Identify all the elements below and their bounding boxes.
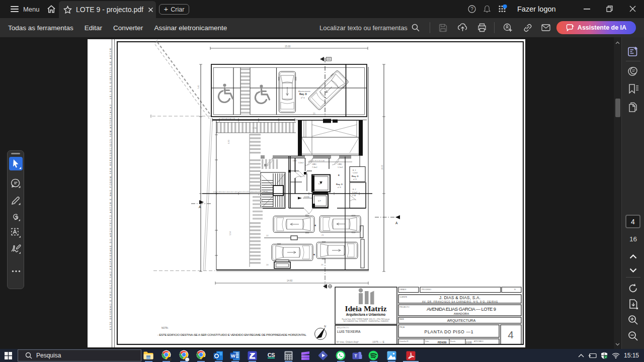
svg-text:21: 21 xyxy=(313,113,316,115)
svg-text:nº 9: nº 9 xyxy=(353,178,357,180)
svg-text:nº 3: nº 3 xyxy=(301,97,305,99)
svg-text:AV. DR. FRANCISCO SA CARNEIRO,: AV. DR. FRANCISCO SA CARNEIRO, Nº5, 5ºD,… xyxy=(422,301,498,303)
svg-text:?: ? xyxy=(470,7,473,12)
svg-text:Abastecimento: Abastecimento xyxy=(298,90,310,93)
svg-text:Desenho Nº: Desenho Nº xyxy=(399,340,409,342)
svg-text:Telf: 214603119 Telm: 91781817: Telf: 214603119 Telm: 917818172 - 914490… xyxy=(343,320,388,322)
svg-text:FEV/20: FEV/20 xyxy=(438,341,446,344)
svg-text:NOTA-: NOTA- xyxy=(162,327,169,329)
svg-text:18.05: 18.05 xyxy=(381,164,383,170)
svg-text:Ideia Matriz: Ideia Matriz xyxy=(345,304,386,313)
svg-text:6 P: 6 P xyxy=(318,200,321,202)
svg-text:6.30: 6.30 xyxy=(227,139,230,144)
svg-text:AVENIDA ELIAS GARCIA — LOTE 9: AVENIDA ELIAS GARCIA — LOTE 9 xyxy=(427,306,496,312)
svg-text:5.2m3: 5.2m3 xyxy=(353,172,358,174)
svg-text:25: 25 xyxy=(321,263,324,266)
svg-text:Rua da Torre, Nº45 "TORRE PLAZ: Rua da Torre, Nº45 "TORRE PLAZA" 1135-1º… xyxy=(342,318,390,320)
svg-text:A: A xyxy=(199,205,201,209)
svg-text:W: W xyxy=(231,353,235,358)
svg-text:CLIENTE: CLIENTE xyxy=(399,296,408,298)
svg-text:A: A xyxy=(395,221,398,225)
svg-text:ARQUITECTURA: ARQUITECTURA xyxy=(447,318,476,323)
svg-text:Arquitectura e Urbanismo: Arquitectura e Urbanismo xyxy=(346,313,386,317)
svg-text:14.60: 14.60 xyxy=(287,280,293,282)
svg-text:3.4m2: 3.4m2 xyxy=(298,162,304,164)
svg-text:21: 21 xyxy=(321,234,324,236)
svg-text:N: N xyxy=(324,325,326,328)
svg-text:7.45: 7.45 xyxy=(197,84,200,89)
svg-text:E. 2: E. 2 xyxy=(353,189,356,191)
svg-text:CS: CS xyxy=(268,352,275,358)
svg-text:PEÇA: PEÇA xyxy=(399,326,405,328)
svg-text:CRC: CRC xyxy=(312,163,316,165)
svg-text:5.54: 5.54 xyxy=(229,231,231,235)
svg-text:1/100: 1/100 xyxy=(466,341,472,344)
svg-text:Req. O: Req. O xyxy=(352,175,359,177)
svg-text:15.00: 15.00 xyxy=(285,45,291,48)
svg-text:2ª A: 2ª A xyxy=(352,195,356,197)
svg-text:- ESTE EDIFICIO DESTINA-SE A S: - ESTE EDIFICIO DESTINA-SE A SER CONSTIT… xyxy=(157,333,307,336)
svg-text:1.50: 1.50 xyxy=(253,127,257,129)
svg-text:Nº insc. Ordem Arqtº: Nº insc. Ordem Arqtº xyxy=(337,341,359,343)
svg-text:Escala: Escala xyxy=(450,340,455,342)
svg-text:AMADORA: AMADORA xyxy=(454,312,469,315)
svg-text:ESTE DESENHO E PROJECTO SAO PR: ESTE DESENHO E PROJECTO SAO PROPRIEDADE … xyxy=(109,48,112,330)
svg-text:1.50 5.00 5.00 1.50: 1.50 5.00 5.00 1.50 xyxy=(220,118,235,120)
svg-text:113.80: 113.80 xyxy=(304,196,309,198)
svg-text:1975 — E: 1975 — E xyxy=(372,340,384,343)
svg-text:1.1m2: 1.1m2 xyxy=(338,166,343,168)
svg-text:LUIS TEIXEIRA: LUIS TEIXEIRA xyxy=(337,330,361,333)
svg-text:7.4m2: 7.4m2 xyxy=(312,166,317,168)
svg-text:APROVADO: APROVADO xyxy=(474,340,484,342)
svg-text:CRC: CRC xyxy=(338,163,342,165)
svg-text:22: 22 xyxy=(266,234,269,237)
svg-text:Req. O: Req. O xyxy=(336,183,343,186)
svg-text:ARQUITECTO: ARQUITECTO xyxy=(337,327,349,329)
svg-text:PROCESSO: PROCESSO xyxy=(422,289,432,291)
svg-text:PLANTA DO PISO —1: PLANTA DO PISO —1 xyxy=(425,329,473,334)
svg-text:nº 9: nº 9 xyxy=(338,187,341,189)
svg-text:J. DIAS & DIAS, S.A.: J. DIAS & DIAS, S.A. xyxy=(439,296,480,300)
svg-text:OBRA Nº: OBRA Nº xyxy=(399,289,407,291)
svg-text:E. 1: E. 1 xyxy=(353,169,356,171)
svg-text:E: E xyxy=(338,174,340,176)
svg-text:Req. O: Req. O xyxy=(299,93,307,96)
svg-text:FASE: FASE xyxy=(399,318,405,320)
svg-text:T: T xyxy=(354,353,357,358)
svg-text:4: 4 xyxy=(508,329,514,340)
svg-text:Data: Data xyxy=(425,340,429,342)
svg-text:PROJECTO: PROJECTO xyxy=(399,306,410,308)
svg-text:24: 24 xyxy=(266,263,269,266)
